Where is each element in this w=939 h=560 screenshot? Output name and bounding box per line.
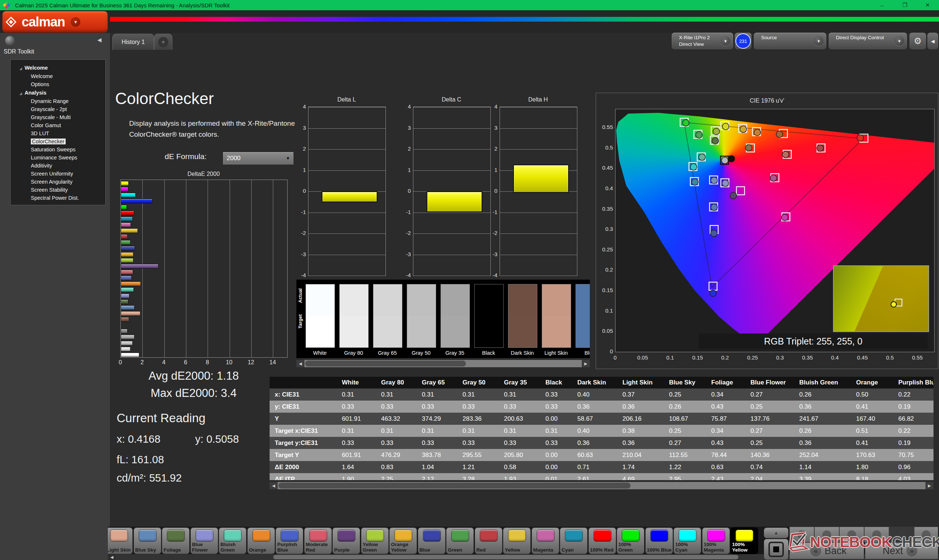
patch-button-purple[interactable]: Purple [332,528,360,554]
collapse-up-button[interactable]: ▲ [764,528,789,538]
target-color [475,316,503,348]
patch-button-red[interactable]: Red [475,528,503,554]
sidebar-item-screen-uniformity[interactable]: Screen Uniformity [11,170,105,178]
patch-button-100-yellow[interactable]: 100% Yellow [730,528,758,554]
patch-button-light-skin[interactable]: Light Skin [108,528,133,554]
column-header-gray-80: Gray 80 [376,377,417,388]
table-cell: 295.55 [457,449,499,461]
sidebar-item-grayscale-2pt[interactable]: Grayscale - 2pt [11,105,105,113]
patch-button-100-magenta[interactable]: 100% Magenta [702,528,730,554]
y-tick-label: 0 [486,188,497,194]
toolbar-button-1[interactable] [789,527,814,542]
scroll-right-icon[interactable]: ▶ [582,360,590,367]
actual-color [576,285,590,316]
tree-section-analysis[interactable]: ◢Analysis [11,88,105,97]
meter-dropdown[interactable]: X-Rite i1Pro 2 Direct View ▼ [671,32,734,50]
patch-button-purplish-blue[interactable]: Purplish Blue [276,528,303,554]
patch-label: Yellow Green [363,542,388,553]
calman-logo-button[interactable]: calman ▼ [2,11,108,32]
panel-collapse-button[interactable]: ◀ [927,32,939,50]
scrollbar-thumb[interactable] [305,361,466,366]
patch-button-yellow-green[interactable]: Yellow Green [361,528,389,554]
sidebar-item-3d-lut[interactable]: 3D LUT [11,129,105,137]
patch-button-moderate-red[interactable]: Moderate Red [304,528,332,554]
expander-icon[interactable]: ◢ [19,67,22,70]
sidebar-item-additivity[interactable]: Additivity [11,162,105,170]
patch-button-bluish-green[interactable]: Bluish Green [219,528,247,554]
sidebar-item-spectral-power-dist-[interactable]: Spectral Power Dist. [11,194,105,202]
sidebar-collapse-icon[interactable]: ◀ [95,35,104,45]
de-formula-select[interactable]: 2000 ▼ [223,152,294,165]
scrollbar-thumb[interactable] [273,555,739,559]
toolbar-button-2[interactable] [814,527,839,542]
logo-dropdown-icon[interactable]: ▼ [71,17,80,27]
patch-color-swatch [508,529,526,542]
patch-button-green[interactable]: Green [446,528,474,554]
table-cell: 66.82 [893,413,933,425]
source-dropdown[interactable]: Source ▼ [753,32,827,50]
sidebar-item-welcome[interactable]: Welcome [11,72,105,80]
next-button[interactable]: Next » [865,542,938,559]
sidebar-item-color-gamut[interactable]: Color Gamut [11,121,105,129]
patch-button-magenta[interactable]: Magenta [532,528,560,554]
app-icon [3,2,10,8]
close-button[interactable]: ✕ [916,0,939,10]
current-x: x: 0.4168 [117,433,160,445]
scroll-left-icon[interactable]: ◀ [296,360,304,367]
patch-button-orange-yellow[interactable]: Orange Yellow [389,528,417,554]
meter-mode: Direct View [679,42,704,47]
patch-button-100-red[interactable]: 100% Red [588,528,616,554]
y-tick-label: -1 [486,209,497,215]
patch-button-blue[interactable]: Blue [418,528,446,554]
sidebar-item-screen-stability[interactable]: Screen Stability [11,186,105,194]
y-tick-label: 1 [295,167,306,173]
sidebar-item-dynamic-range[interactable]: Dynamic Range [11,97,105,105]
back-button[interactable]: « Back [789,542,864,559]
sidebar-item-luminance-sweeps[interactable]: Luminance Sweeps [11,154,105,162]
sidebar-item-grayscale-multi[interactable]: Grayscale - Multi [11,113,105,121]
patch-button-100-cyan[interactable]: 100% Cyan [674,528,701,554]
toolbar-button-3[interactable] [839,527,864,542]
settings-button[interactable]: ⚙ [909,32,927,50]
patch-color-swatch [537,529,555,542]
toolbar-button-6[interactable] [914,527,938,542]
table-cell: 0.58 [499,461,540,473]
patch-button-100-green[interactable]: 100% Green [617,528,645,554]
sidebar-item-screen-angularity[interactable]: Screen Angularity [11,178,105,186]
scroll-left-icon[interactable]: ◀ [108,554,116,560]
target-row-label: Target [298,323,303,329]
swatch-strip-scrollbar[interactable]: ◀ ▶ [296,360,590,367]
patch-button-blue-flower[interactable]: Blue Flower [190,528,218,554]
minimize-button[interactable]: – [871,0,894,10]
patch-button-blue-sky[interactable]: Blue Sky [134,528,161,554]
table-cell: 0.26 [794,425,851,437]
patch-button-yellow[interactable]: Yellow [503,528,531,554]
scrollbar-thumb[interactable] [278,483,631,489]
restore-button[interactable]: ❐ [894,0,916,10]
column-header-foliage: Foliage [706,377,745,388]
toolbar-button-5[interactable] [889,527,914,542]
sidebar-item-saturation-sweeps[interactable]: Saturation Sweeps [11,146,105,154]
de-bar-100-cyan [121,193,136,197]
expander-icon[interactable]: ◢ [19,92,22,95]
meter-badge-button[interactable]: 231 [734,32,752,50]
scroll-left-icon[interactable]: ◀ [270,482,278,489]
table-cell: 601.91 [337,449,376,461]
add-tab-button[interactable]: + [154,34,173,50]
display-control-dropdown[interactable]: Direct Display Control ▼ [828,32,907,50]
de-bar-cyan [121,217,133,222]
patch-button-foliage[interactable]: Foliage [162,528,190,554]
cie-x-tick: 0 [606,354,624,361]
stop-button[interactable] [764,539,789,560]
patch-button-cyan[interactable]: Cyan [560,528,587,554]
sidebar-orb-button[interactable] [5,36,15,45]
toolbar-button-4[interactable] [864,527,889,542]
tab-history-1[interactable]: History 1 [112,34,154,50]
patch-button-orange[interactable]: Orange [247,528,275,554]
table-scrollbar[interactable]: ◀ ▶ [270,482,933,489]
sidebar-item-colorchecker[interactable]: ColorChecker [11,137,105,146]
sidebar-item-options[interactable]: Options [11,80,105,88]
patch-button-100-blue[interactable]: 100% Blue [645,528,673,554]
tree-section-welcome[interactable]: ◢Welcome [11,63,105,72]
scroll-right-icon[interactable]: ▶ [925,482,933,489]
